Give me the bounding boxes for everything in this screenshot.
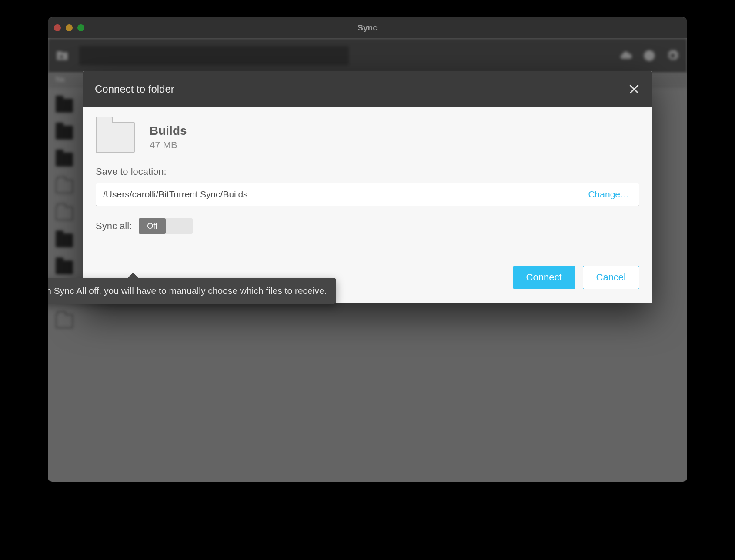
location-group: Change… bbox=[96, 183, 639, 206]
dialog-body: Builds 47 MB Save to location: Change… S… bbox=[83, 107, 652, 303]
folder-icon bbox=[96, 122, 135, 153]
dialog-title: Connect to folder bbox=[95, 83, 174, 95]
tooltip-text: With Sync All off, you will have to manu… bbox=[48, 286, 327, 296]
toggle-knob: Off bbox=[139, 218, 166, 234]
change-button[interactable]: Change… bbox=[578, 183, 639, 206]
folder-name: Builds bbox=[150, 124, 187, 138]
modal-overlay: Connect to folder Builds 47 MB Save to l… bbox=[48, 17, 687, 482]
location-input[interactable] bbox=[96, 183, 578, 206]
divider bbox=[96, 254, 639, 254]
sync-all-label: Sync all: bbox=[96, 220, 132, 232]
sync-all-toggle[interactable]: Off bbox=[139, 218, 193, 234]
toggle-state-text: Off bbox=[147, 222, 157, 231]
cancel-button[interactable]: Cancel bbox=[583, 266, 639, 289]
close-icon[interactable] bbox=[628, 83, 640, 95]
app-window: Sync Na With Sync All off, you will have… bbox=[48, 17, 687, 482]
folder-summary: Builds 47 MB bbox=[96, 122, 639, 153]
location-label: Save to location: bbox=[96, 166, 639, 177]
connect-folder-dialog: Connect to folder Builds 47 MB Save to l… bbox=[83, 71, 652, 303]
dialog-header: Connect to folder bbox=[83, 71, 652, 107]
folder-size: 47 MB bbox=[150, 140, 187, 151]
connect-button[interactable]: Connect bbox=[513, 266, 575, 289]
sync-all-row: Sync all: Off bbox=[96, 218, 639, 234]
sync-all-tooltip: With Sync All off, you will have to manu… bbox=[48, 278, 336, 304]
